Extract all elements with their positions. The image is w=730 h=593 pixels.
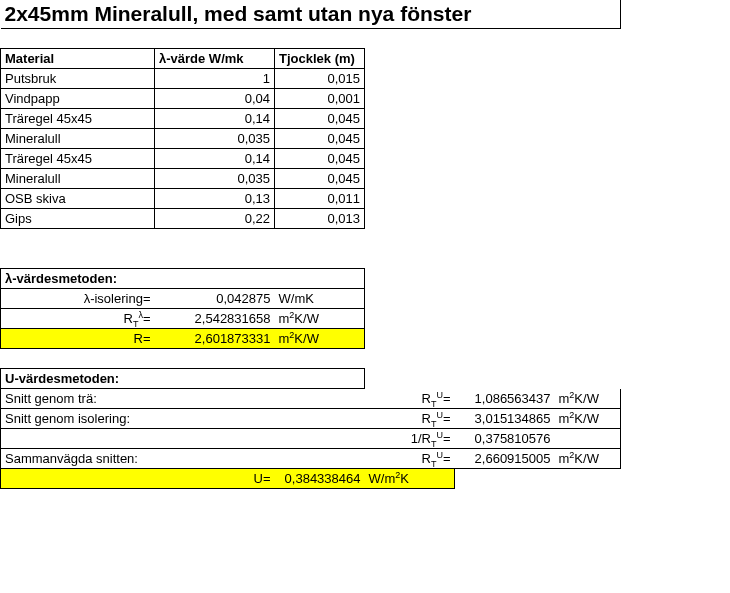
material-thickness: 0,045	[275, 109, 365, 129]
u-method-header: U-värdesmetoden:	[1, 369, 155, 389]
material-name: Mineralull	[1, 129, 155, 149]
material-name: Vindpapp	[1, 89, 155, 109]
u-value: 0,384338464	[275, 469, 365, 489]
material-lambda: 0,14	[155, 109, 275, 129]
material-thickness: 0,013	[275, 209, 365, 229]
material-name: Träregel 45x45	[1, 149, 155, 169]
lambda-method-header: λ-värdesmetoden:	[1, 269, 155, 289]
material-lambda: 0,035	[155, 169, 275, 189]
page-title: 2x45mm Mineralull, med samt utan nya fön…	[1, 0, 555, 29]
material-name: Gips	[1, 209, 155, 229]
lambda-iso-value: 0,042875	[155, 289, 275, 309]
material-thickness: 0,045	[275, 149, 365, 169]
material-thickness: 0,045	[275, 169, 365, 189]
material-name: Mineralull	[1, 169, 155, 189]
header-material: Material	[1, 49, 155, 69]
lambda-iso-unit: W/mK	[275, 289, 365, 309]
r-value: 2,601873331	[155, 329, 275, 349]
header-lambda: λ-värde W/mk	[155, 49, 275, 69]
rtu-label: RTU=	[365, 409, 455, 429]
u-unit: W/m2K	[365, 469, 455, 489]
material-lambda: 0,13	[155, 189, 275, 209]
u-wood-unit: m2K/W	[555, 389, 621, 409]
rt-lambda-unit: m2K/W	[275, 309, 365, 329]
material-thickness: 0,015	[275, 69, 365, 89]
material-thickness: 0,001	[275, 89, 365, 109]
material-lambda: 1	[155, 69, 275, 89]
u-comb-label: Sammanvägda snitten:	[1, 449, 155, 469]
u-comb-unit: m2K/W	[555, 449, 621, 469]
u-wood-label: Snitt genom trä:	[1, 389, 155, 409]
rt-lambda-value: 2,542831658	[155, 309, 275, 329]
rtu-label: RTU=	[365, 449, 455, 469]
material-name: Träregel 45x45	[1, 109, 155, 129]
material-thickness: 0,045	[275, 129, 365, 149]
u-wood-value: 1,086563437	[455, 389, 555, 409]
u-comb-value: 2,660915005	[455, 449, 555, 469]
lambda-iso-label: λ-isolering=	[1, 289, 155, 309]
inv-rtu-value: 0,375810576	[455, 429, 555, 449]
u-iso-value: 3,015134865	[455, 409, 555, 429]
r-label: R=	[1, 329, 155, 349]
material-thickness: 0,011	[275, 189, 365, 209]
spreadsheet-table: 2x45mm Mineralull, med samt utan nya fön…	[0, 0, 711, 489]
material-lambda: 0,035	[155, 129, 275, 149]
material-lambda: 0,14	[155, 149, 275, 169]
material-lambda: 0,04	[155, 89, 275, 109]
rtu-label: RTU=	[365, 389, 455, 409]
u-label: U=	[155, 469, 275, 489]
u-iso-label: Snitt genom isolering:	[1, 409, 155, 429]
inv-rtu-label: 1/RTU=	[365, 429, 455, 449]
r-unit: m2K/W	[275, 329, 365, 349]
material-name: OSB skiva	[1, 189, 155, 209]
header-thickness: Tjocklek (m)	[275, 49, 365, 69]
rt-lambda-label: RTλ=	[1, 309, 155, 329]
material-lambda: 0,22	[155, 209, 275, 229]
u-iso-unit: m2K/W	[555, 409, 621, 429]
material-name: Putsbruk	[1, 69, 155, 89]
